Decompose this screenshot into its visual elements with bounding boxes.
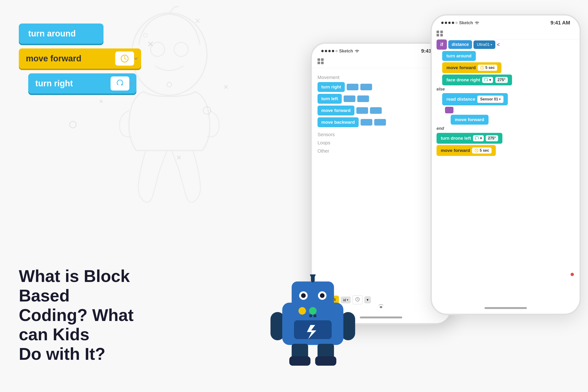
pc-value-box-2[interactable] [360, 84, 372, 90]
degrees-value[interactable]: 275° [495, 77, 508, 83]
distance-block[interactable]: distance [448, 40, 472, 49]
pc-block-turn-right[interactable]: turn right [318, 82, 345, 92]
drone-signal-icon [378, 303, 384, 310]
movement-section-label: Movement [318, 75, 444, 80]
face-right-time-box[interactable]: ▾ [482, 77, 493, 83]
carrier-label: Sketch [339, 49, 353, 54]
if-label: if [440, 42, 443, 47]
move-forward-icon-box [115, 52, 134, 66]
svg-point-6 [203, 107, 211, 114]
close-bracket: < [497, 42, 500, 48]
signal-dot [325, 50, 327, 52]
inner-move-forward-block[interactable]: move forward [451, 115, 488, 125]
bottom-time-val: 5 sec [480, 148, 489, 152]
signal-dot [328, 50, 331, 52]
phone-back: Sketch 9:41 AM if dis [430, 14, 581, 315]
sensor01-dropdown[interactable]: Sensor 01 ▾ [477, 96, 504, 103]
loops-section-label: Loops [318, 140, 444, 146]
turn-left-rotate-box[interactable]: ▾ [473, 135, 484, 141]
grid-menu-icon[interactable] [436, 30, 443, 36]
main-heading: What is Block Based Coding? What can Kid… [19, 266, 160, 364]
grid-icon[interactable] [318, 58, 324, 64]
svg-line-15 [125, 58, 126, 60]
pc-row-move-forward: move forward [318, 106, 444, 116]
turn-around-block-row: turn around [442, 51, 575, 61]
move-forward-dropdown-arrow[interactable] [134, 57, 141, 60]
turn-right-dropdown-arrow[interactable] [129, 82, 136, 85]
phone-signal-dots [321, 50, 338, 52]
ultra01-dropdown[interactable]: Ultra01 ▾ [474, 40, 495, 49]
pc-value-box-2[interactable] [374, 119, 386, 126]
wifi-icon [354, 49, 360, 53]
svg-point-38 [309, 307, 316, 315]
else-label-row: else [436, 87, 575, 92]
pc-row-move-backward: move backward [318, 117, 444, 127]
bottom-time-box[interactable]: 5 sec [472, 148, 492, 154]
else-label: else [436, 87, 445, 92]
pc-value-box-2[interactable] [370, 107, 382, 114]
read-distance-block[interactable]: read distance Sensor 01 ▾ [442, 93, 508, 105]
face-drone-right-block[interactable]: face drone right ▾ 275° [442, 74, 512, 85]
svg-point-34 [301, 293, 306, 298]
turn-right-block[interactable]: turn right [28, 73, 136, 94]
svg-rect-45 [318, 344, 334, 358]
svg-point-8 [167, 82, 172, 87]
pc-row-turn-left: turn left [318, 94, 444, 104]
turn-around-code-block[interactable]: turn around [442, 51, 476, 61]
move-forward-code-block[interactable]: move forward 5 sec [442, 62, 502, 73]
turn-around-block[interactable]: turn around [19, 24, 104, 44]
back-wifi-icon [474, 21, 480, 25]
pc-block-move-backward[interactable]: move backward [318, 117, 359, 127]
pc-block-turn-left[interactable]: turn left [318, 94, 342, 104]
svg-point-12 [174, 42, 188, 56]
dropdown-chevron-icon [134, 57, 138, 60]
robot-character [266, 274, 360, 392]
svg-point-7 [70, 121, 76, 128]
pc-value-box[interactable] [347, 84, 358, 90]
pc-value-box[interactable] [356, 107, 368, 114]
svg-point-37 [298, 307, 306, 315]
page-container: ✕ ✕ ✕ ✕ ✕ [0, 0, 588, 392]
move-forward-time-box[interactable]: 5 sec [478, 65, 497, 71]
read-distance-row: read distance Sensor 01 ▾ [442, 93, 575, 105]
dropdown-arrow: ▾ [491, 43, 492, 46]
svg-line-23 [482, 68, 483, 68]
end-label-row: end [436, 126, 575, 131]
signal-dot [336, 50, 338, 52]
pc-value-box[interactable] [360, 119, 372, 126]
pc-value-box[interactable] [344, 96, 356, 102]
bottom-move-forward-row: move forward 5 sec [436, 145, 575, 156]
turn-right-label: turn right [28, 73, 108, 94]
svg-rect-20 [380, 306, 382, 308]
move-forward-block[interactable]: move forward [19, 48, 141, 69]
svg-rect-42 [309, 314, 312, 317]
back-carrier-label: Sketch [459, 20, 473, 26]
if-keyword-block[interactable]: if [436, 40, 447, 50]
turn-chevron: ▾ [480, 136, 482, 140]
sensors-section-label: Sensors [318, 132, 444, 137]
svg-text:✕: ✕ [176, 154, 182, 161]
purple-folder-block[interactable] [445, 107, 454, 113]
phone-home-indicator[interactable] [360, 316, 402, 318]
svg-text:✕: ✕ [223, 84, 228, 91]
phone-front-content: Movement turn right turn left move forwa… [312, 68, 450, 160]
signal-dot [332, 50, 334, 52]
end-label: end [436, 126, 444, 131]
turn-drone-left-block[interactable]: turn drone left ▾ 275° [436, 133, 502, 144]
svg-point-10 [132, 13, 207, 95]
back-phone-time: 9:41 AM [550, 20, 570, 26]
svg-line-28 [476, 150, 478, 151]
turn-drone-left-row: turn drone left ▾ 275° [436, 133, 575, 144]
turn-degrees[interactable]: 275° [486, 135, 498, 141]
face-drone-right-row: face drone right ▾ 275° [442, 74, 575, 85]
clock-icon [120, 54, 129, 63]
pc-block-move-forward[interactable]: move forward [318, 106, 354, 116]
move-forward-label: move forward [19, 48, 113, 69]
back-phone-home-indicator[interactable] [484, 307, 527, 309]
chevron-value: ▾ [489, 78, 491, 82]
svg-point-11 [150, 42, 165, 56]
pc-value-box-2[interactable] [357, 96, 369, 102]
time-value: 5 sec [486, 66, 495, 70]
svg-point-9 [144, 34, 147, 37]
bottom-move-forward-block[interactable]: move forward 5 sec [436, 145, 496, 156]
